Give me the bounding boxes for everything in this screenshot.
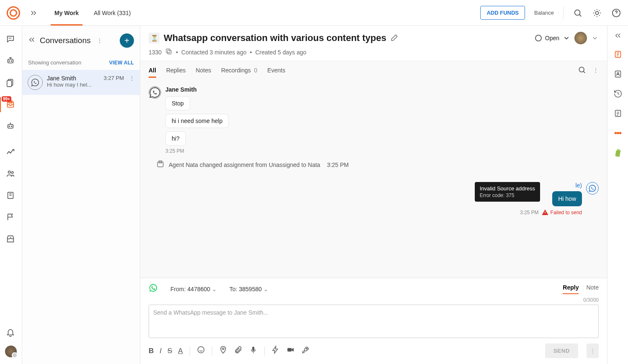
divider [563, 7, 564, 19]
user-avatar[interactable] [5, 346, 17, 357]
work-tabs: My Work All Work (331) [47, 0, 139, 26]
svg-point-28 [617, 72, 619, 74]
compose-tab-note[interactable]: Note [586, 284, 599, 294]
send-options-icon[interactable]: ⋮ [587, 343, 599, 358]
status-dropdown[interactable]: Open [535, 34, 570, 42]
tooltip-line1: Invalid Source address [480, 185, 535, 192]
collapse-right-icon[interactable] [614, 32, 622, 41]
tab-my-work[interactable]: My Work [47, 0, 86, 26]
collapse-panel-icon[interactable] [28, 36, 36, 46]
conversation-item[interactable]: Jane Smith Hi how may I hel... 3:27 PM ⋮ [22, 70, 140, 95]
conversations-panel: Conversations ⋮ + Showing conversation V… [22, 26, 140, 364]
details-icon[interactable] [613, 50, 623, 60]
bot-icon[interactable] [6, 56, 16, 66]
conversation-preview: Hi how may I hel... [47, 82, 100, 88]
new-conversation-button[interactable]: + [120, 33, 134, 48]
svg-point-6 [9, 61, 10, 62]
conversation-id: 1330 [149, 49, 162, 56]
compose-tab-reply[interactable]: Reply [563, 284, 579, 294]
rocket-icon[interactable] [301, 346, 310, 356]
send-button[interactable]: SEND [545, 343, 578, 358]
book-icon[interactable] [6, 191, 16, 201]
svg-point-13 [11, 126, 12, 127]
flag-icon[interactable] [6, 213, 16, 223]
strikethrough-icon[interactable]: S [167, 347, 172, 355]
error-tooltip: Invalid Source address Error code: 375 [475, 182, 540, 202]
feedtab-notes[interactable]: Notes [196, 63, 211, 78]
tab-all-work[interactable]: All Work (331) [86, 0, 138, 26]
feedtab-recordings[interactable]: Recordings 0 [221, 63, 257, 78]
panel-menu-icon[interactable]: ⋮ [95, 36, 105, 46]
to-dropdown-icon[interactable]: ⌄ [263, 286, 268, 292]
feedtab-replies[interactable]: Replies [166, 63, 186, 78]
whatsapp-icon [149, 86, 161, 99]
message-bubble: hi? [165, 131, 186, 146]
right-nav [607, 26, 628, 364]
svg-point-7 [11, 61, 12, 62]
failed-status[interactable]: Failed to send [541, 209, 582, 216]
attachment-icon[interactable] [234, 346, 242, 356]
inbox-icon[interactable]: 99+ [6, 100, 16, 110]
conversation-menu-icon[interactable]: ⋮ [128, 75, 136, 90]
bold-icon[interactable]: B [149, 347, 154, 355]
feed-search-icon[interactable] [578, 66, 586, 75]
feedtab-events[interactable]: Events [268, 63, 286, 78]
copy-icon[interactable] [165, 48, 172, 56]
analytics-icon[interactable] [6, 147, 16, 157]
svg-rect-18 [166, 49, 170, 53]
location-icon[interactable] [219, 346, 227, 356]
message-input[interactable] [149, 305, 599, 338]
chat-icon[interactable] [6, 34, 16, 44]
outgoing-sender: le) [575, 182, 582, 189]
italic-icon[interactable]: I [160, 347, 162, 355]
composer: From:4478600⌄ To:3859580⌄ Reply Note 0/3… [140, 278, 607, 364]
chevron-down-icon [563, 34, 570, 42]
view-all-link[interactable]: VIEW ALL [109, 60, 134, 66]
svg-point-3 [9, 38, 10, 38]
chevron-down-icon[interactable] [591, 34, 599, 42]
edit-title-icon[interactable] [391, 34, 398, 43]
message-bubble: Stop [165, 96, 190, 110]
notifications-icon[interactable] [6, 328, 16, 338]
search-icon[interactable] [573, 8, 583, 18]
mic-icon[interactable] [249, 346, 257, 356]
theme-icon[interactable] [592, 8, 602, 18]
from-dropdown-icon[interactable]: ⌄ [212, 286, 217, 292]
whatsapp-icon [586, 182, 599, 195]
top-bar: My Work All Work (331) ADD FUNDS Balance [0, 0, 628, 26]
clipboard-icon[interactable] [6, 78, 16, 88]
assignee-avatar[interactable] [574, 32, 587, 44]
add-funds-button[interactable]: ADD FUNDS [480, 6, 525, 20]
video-icon[interactable] [286, 346, 295, 356]
lightning-icon[interactable] [271, 346, 280, 356]
svg-point-25 [306, 348, 307, 349]
expand-sidebar-icon[interactable] [28, 8, 39, 18]
history-icon[interactable] [613, 89, 623, 100]
outgoing-bubble: Hi how [552, 191, 582, 206]
composer-toolbar: B I S A SEND ⋮ [149, 343, 599, 358]
status-ring-icon [535, 35, 542, 41]
font-icon[interactable]: A [178, 347, 183, 355]
conversation-title: Whatsapp conversation with various conte… [164, 33, 386, 44]
message-feed: Jane Smith Stop hi i need some help hi? … [140, 79, 607, 278]
feed-tabs: All Replies Notes Recordings 0 Events ⋮ [140, 61, 607, 79]
feed-menu-icon[interactable]: ⋮ [593, 67, 599, 74]
left-nav: 99+ [0, 26, 22, 364]
people-icon[interactable] [6, 169, 16, 179]
contact-icon[interactable] [613, 69, 623, 80]
to-value: 3859580 [239, 286, 262, 292]
feedtab-all[interactable]: All [149, 63, 156, 78]
timeline-icon[interactable] [613, 128, 623, 139]
message-sender: Jane Smith [165, 86, 229, 93]
svg-rect-9 [7, 80, 12, 87]
emoji-icon[interactable] [197, 346, 205, 356]
showing-label: Showing conversation [28, 59, 81, 66]
app-logo[interactable] [7, 6, 20, 20]
notes-icon[interactable] [613, 109, 623, 119]
help-icon[interactable] [611, 8, 621, 18]
store-icon[interactable] [6, 234, 16, 244]
svg-point-31 [617, 132, 619, 134]
shopify-icon[interactable] [613, 148, 623, 159]
conversation-time: 3:27 PM [104, 75, 124, 81]
automation-icon[interactable] [6, 121, 16, 131]
